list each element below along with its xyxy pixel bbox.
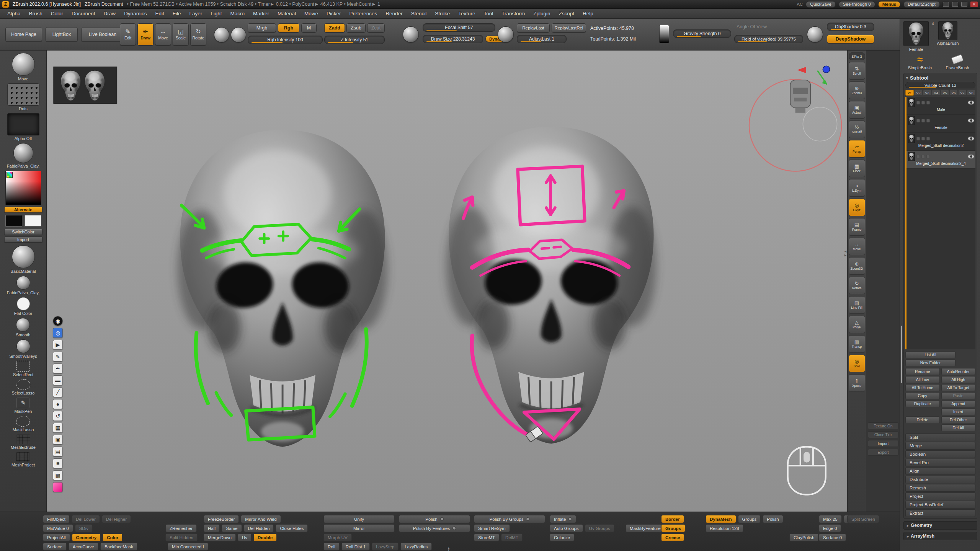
adjust-last-slider[interactable]: AdjustLast 1	[517, 35, 567, 43]
bottom-button[interactable]: Polish By Features	[399, 524, 470, 532]
mode-button[interactable]: ✎ Edit	[120, 23, 136, 46]
stroke-selector[interactable]: SimpleBrush	[903, 54, 936, 70]
version-tab[interactable]: V7	[958, 90, 967, 96]
canvas-tool-button[interactable]: ↺	[53, 411, 63, 421]
subtool-action-left[interactable]: All To Home	[905, 384, 940, 391]
canvas-tool-button[interactable]: ▩	[53, 470, 63, 480]
bottom-button[interactable]: Roll	[323, 543, 340, 551]
mode-button[interactable]: ✒ Draw	[137, 23, 154, 46]
switch-color-button[interactable]: SwitchColor	[4, 229, 42, 235]
tray-item[interactable]: Flat Color	[14, 297, 33, 316]
tray-item[interactable]: MaskLasso	[13, 416, 34, 432]
material-toggle-icon[interactable]	[926, 155, 930, 158]
arraymesh-palette-header[interactable]: ArrayMesh	[903, 532, 977, 540]
subtool-action-right[interactable]: AutoReorder	[941, 368, 976, 375]
right-shelf-button[interactable]: ⊕ Zoom3D	[849, 257, 865, 275]
subtool-row[interactable]: Male	[906, 97, 975, 115]
subtool-row[interactable]: Female	[906, 115, 975, 133]
window-minimize-icon[interactable]	[961, 2, 967, 7]
subtool-action-right[interactable]: All High	[941, 376, 976, 383]
color-spectrum-icon[interactable]	[7, 172, 13, 178]
subtool-action-right[interactable]: Del Other	[941, 416, 976, 423]
version-tab[interactable]: V1	[905, 90, 914, 96]
bottom-button[interactable]: Split Hidden	[165, 533, 198, 541]
window-screen-icon[interactable]	[952, 2, 958, 7]
default-zscript-button[interactable]: DefaultZScript	[903, 1, 940, 8]
subtool-section-bar[interactable]: Distribute	[905, 476, 975, 483]
bottom-button[interactable]: Uv Groups	[585, 524, 614, 532]
tray-item[interactable]: Alpha Off	[7, 113, 39, 141]
canvas-edge-divider[interactable]	[844, 249, 847, 257]
subtool-action-right[interactable]: Insert	[941, 408, 976, 415]
tray-item[interactable]: SelectRect	[13, 361, 33, 377]
right-shelf-button[interactable]: ◎ Gxyz	[849, 199, 865, 216]
menu-item[interactable]: Brush	[25, 10, 47, 18]
tray-item[interactable]: MeshProject	[11, 452, 35, 467]
bottom-button[interactable]: Smart ReSym	[474, 524, 510, 532]
see-through-slider[interactable]: See-through 0	[839, 1, 875, 8]
bottom-button[interactable]: Unify	[323, 515, 395, 523]
menu-item[interactable]: File	[168, 10, 185, 18]
bottom-button[interactable]: Min Connected I	[168, 543, 208, 551]
bottom-button[interactable]: Polish	[399, 515, 470, 523]
replay-icon[interactable]	[498, 26, 514, 42]
home-page-button[interactable]: Home Page	[5, 27, 42, 42]
bottom-button[interactable]: Del Higher	[102, 515, 131, 523]
panel-scrollbar[interactable]	[901, 326, 902, 383]
rgb-button[interactable]: Rgb	[278, 23, 299, 33]
close-icon[interactable]: ✕	[970, 2, 978, 7]
deep-shadow-button[interactable]: DeepShadow	[827, 35, 874, 43]
clone-texture-button[interactable]: Clone Txtr	[868, 431, 898, 438]
menu-item[interactable]: Preferences	[345, 10, 382, 18]
canvas-tool-button[interactable]: ●	[53, 399, 63, 409]
subtool-section-bar[interactable]: Align	[905, 467, 975, 475]
zcut-button[interactable]: Zcut	[367, 23, 385, 33]
right-shelf-button[interactable]: △ PolyF	[849, 316, 865, 333]
window-layout-icon[interactable]	[943, 2, 949, 7]
polypaint-toggle-icon[interactable]	[916, 119, 920, 122]
bottom-button[interactable]: LazyStep	[372, 543, 399, 551]
canvas-tool-button[interactable]	[53, 482, 63, 492]
texture-import-button[interactable]: Import	[868, 440, 898, 447]
mode-button[interactable]: ↔ Move	[155, 23, 171, 46]
geometry-palette-header[interactable]: Geometry	[903, 521, 977, 530]
subtool-action-left[interactable]: Rename	[905, 368, 940, 375]
right-shelf-button[interactable]: ▨ Line Fill	[849, 296, 865, 314]
bottom-button[interactable]: Groups	[661, 524, 685, 532]
subtool-row[interactable]: Merged_Skull-decimation2	[906, 133, 975, 151]
bottom-button[interactable]: MidValue 0	[43, 524, 73, 532]
canvas-tool-button[interactable]: ▣	[53, 435, 63, 445]
import-texture-button[interactable]: Import	[4, 236, 42, 243]
menu-item[interactable]: Texture	[454, 10, 479, 18]
field-of-view-slider[interactable]: Field of view(deg) 39.59775	[734, 35, 803, 43]
right-shelf-button[interactable]: ½ AAHalf	[849, 121, 865, 138]
menu-item[interactable]: Material	[273, 10, 300, 18]
bottom-button[interactable]: Morph UV	[323, 533, 352, 541]
zsub-button[interactable]: Zsub	[346, 23, 366, 33]
bottom-button[interactable]: ProjectAll	[43, 533, 70, 541]
gravity-strength-slider[interactable]: Gravity Strength 0	[673, 29, 731, 38]
bottom-button[interactable]: Close Holes	[276, 524, 308, 532]
bottom-button[interactable]: FillObject	[43, 515, 70, 523]
menu-item[interactable]: Marker	[249, 10, 273, 18]
stroke-preview-icon[interactable]	[231, 27, 246, 42]
subtool-header[interactable]: Subtool	[905, 75, 975, 82]
menus-button[interactable]: Menus	[878, 1, 900, 8]
lightbox-button[interactable]: LightBox	[46, 27, 78, 42]
menu-item[interactable]: Light	[206, 10, 226, 18]
bottom-button[interactable]: AccuCurve	[69, 543, 98, 551]
texture-export-button[interactable]: Export	[868, 449, 898, 456]
camera-gizmo[interactable]	[749, 66, 841, 171]
tray-item[interactable]: MeshExtrude	[11, 434, 36, 450]
quicksave-button[interactable]: QuickSave	[806, 1, 836, 8]
bottom-button[interactable]: Crease	[661, 533, 684, 541]
color-gradient-picker[interactable]	[5, 171, 41, 205]
bottom-button[interactable]: Same	[222, 524, 242, 532]
tray-item[interactable]: SelectLasso	[12, 379, 35, 395]
menu-item[interactable]: Color	[47, 10, 67, 18]
panel-resize-handle[interactable]: ▲▼	[440, 547, 457, 551]
menu-item[interactable]: Stroke	[431, 10, 454, 18]
bottom-button[interactable]: MaskByFeature	[626, 524, 665, 532]
subtool-section-bar[interactable]: Merge	[905, 442, 975, 450]
bottom-button[interactable]: Split Screen	[847, 515, 879, 523]
